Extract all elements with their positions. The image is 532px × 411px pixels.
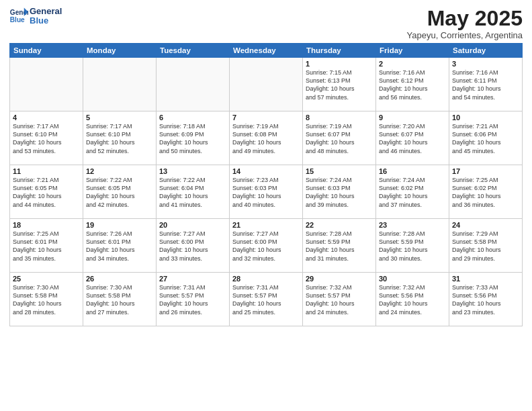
day-cell: 9Sunrise: 7:20 AMSunset: 6:07 PMDaylight… [376, 111, 449, 165]
day-cell: 28Sunrise: 7:31 AMSunset: 5:57 PMDayligh… [230, 273, 303, 326]
day-info: Sunrise: 7:30 AMSunset: 5:58 PMDaylight:… [86, 283, 153, 316]
day-number: 3 [452, 60, 519, 68]
day-number: 7 [232, 113, 300, 122]
title-block: May 2025 Yapeyu, Corrientes, Argentina [407, 7, 523, 40]
col-header-wednesday: Wednesday [230, 44, 303, 58]
day-number: 19 [86, 221, 153, 229]
day-cell: 20Sunrise: 7:27 AMSunset: 6:00 PMDayligh… [157, 219, 230, 273]
day-number: 5 [86, 113, 153, 122]
col-header-tuesday: Tuesday [157, 44, 230, 58]
day-cell: 26Sunrise: 7:30 AMSunset: 5:58 PMDayligh… [83, 273, 157, 326]
day-number: 17 [452, 167, 519, 175]
day-cell: 12Sunrise: 7:22 AMSunset: 6:05 PMDayligh… [83, 165, 157, 219]
day-cell: 5Sunrise: 7:17 AMSunset: 6:10 PMDaylight… [83, 111, 157, 165]
day-cell: 22Sunrise: 7:28 AMSunset: 5:59 PMDayligh… [303, 219, 376, 273]
day-cell: 6Sunrise: 7:18 AMSunset: 6:09 PMDaylight… [157, 111, 230, 165]
day-info: Sunrise: 7:27 AMSunset: 6:00 PMDaylight:… [232, 230, 300, 263]
col-header-saturday: Saturday [449, 44, 523, 58]
week-row-5: 25Sunrise: 7:30 AMSunset: 5:58 PMDayligh… [10, 273, 523, 326]
day-number: 29 [306, 275, 373, 283]
day-cell: 11Sunrise: 7:21 AMSunset: 6:05 PMDayligh… [10, 165, 83, 219]
col-header-sunday: Sunday [10, 44, 83, 58]
day-info: Sunrise: 7:21 AMSunset: 6:06 PMDaylight:… [452, 122, 519, 155]
day-info: Sunrise: 7:16 AMSunset: 6:11 PMDaylight:… [452, 68, 519, 101]
day-number: 30 [379, 275, 446, 283]
day-info: Sunrise: 7:31 AMSunset: 5:57 PMDaylight:… [159, 283, 226, 316]
day-cell: 31Sunrise: 7:33 AMSunset: 5:56 PMDayligh… [449, 273, 523, 326]
day-info: Sunrise: 7:22 AMSunset: 6:04 PMDaylight:… [159, 176, 226, 209]
day-info: Sunrise: 7:28 AMSunset: 5:59 PMDaylight:… [379, 230, 446, 263]
day-info: Sunrise: 7:25 AMSunset: 6:02 PMDaylight:… [452, 176, 519, 209]
day-cell: 21Sunrise: 7:27 AMSunset: 6:00 PMDayligh… [230, 219, 303, 273]
day-cell: 30Sunrise: 7:32 AMSunset: 5:56 PMDayligh… [376, 273, 449, 326]
day-cell: 13Sunrise: 7:22 AMSunset: 6:04 PMDayligh… [157, 165, 230, 219]
day-info: Sunrise: 7:18 AMSunset: 6:09 PMDaylight:… [159, 122, 226, 155]
day-cell [230, 58, 303, 111]
logo-icon: General Blue [9, 7, 28, 26]
day-info: Sunrise: 7:31 AMSunset: 5:57 PMDaylight:… [232, 283, 300, 316]
day-cell: 1Sunrise: 7:15 AMSunset: 6:13 PMDaylight… [303, 58, 376, 111]
day-info: Sunrise: 7:17 AMSunset: 6:10 PMDaylight:… [86, 122, 153, 155]
day-info: Sunrise: 7:29 AMSunset: 5:58 PMDaylight:… [452, 230, 519, 263]
day-info: Sunrise: 7:16 AMSunset: 6:12 PMDaylight:… [379, 68, 446, 101]
logo-general: General [30, 7, 62, 16]
header: General Blue General Blue May 2025 Yapey… [9, 7, 523, 40]
day-info: Sunrise: 7:17 AMSunset: 6:10 PMDaylight:… [13, 122, 80, 155]
day-info: Sunrise: 7:24 AMSunset: 6:02 PMDaylight:… [379, 176, 446, 209]
header-row: SundayMondayTuesdayWednesdayThursdayFrid… [10, 44, 523, 58]
day-number: 9 [379, 113, 446, 122]
day-number: 1 [306, 60, 373, 68]
day-info: Sunrise: 7:25 AMSunset: 6:01 PMDaylight:… [13, 230, 80, 263]
page: General Blue General Blue May 2025 Yapey… [0, 0, 532, 411]
svg-text:Blue: Blue [10, 17, 25, 24]
day-info: Sunrise: 7:28 AMSunset: 5:59 PMDaylight:… [306, 230, 373, 263]
day-number: 23 [379, 221, 446, 229]
week-row-4: 18Sunrise: 7:25 AMSunset: 6:01 PMDayligh… [10, 219, 523, 273]
week-row-2: 4Sunrise: 7:17 AMSunset: 6:10 PMDaylight… [10, 111, 523, 165]
day-info: Sunrise: 7:21 AMSunset: 6:05 PMDaylight:… [13, 176, 80, 209]
day-info: Sunrise: 7:24 AMSunset: 6:03 PMDaylight:… [306, 176, 373, 209]
col-header-thursday: Thursday [303, 44, 376, 58]
col-header-friday: Friday [376, 44, 449, 58]
day-info: Sunrise: 7:33 AMSunset: 5:56 PMDaylight:… [452, 283, 519, 316]
day-number: 22 [306, 221, 373, 229]
day-number: 2 [379, 60, 446, 68]
day-number: 28 [232, 275, 300, 283]
day-number: 12 [86, 167, 153, 175]
day-cell: 10Sunrise: 7:21 AMSunset: 6:06 PMDayligh… [449, 111, 523, 165]
week-row-1: 1Sunrise: 7:15 AMSunset: 6:13 PMDaylight… [10, 58, 523, 111]
calendar-table: SundayMondayTuesdayWednesdayThursdayFrid… [9, 43, 523, 326]
month-title: May 2025 [407, 7, 523, 30]
day-number: 6 [159, 113, 226, 122]
logo: General Blue General Blue [9, 7, 62, 26]
day-number: 18 [13, 221, 80, 229]
day-info: Sunrise: 7:23 AMSunset: 6:03 PMDaylight:… [232, 176, 300, 209]
day-info: Sunrise: 7:32 AMSunset: 5:57 PMDaylight:… [306, 283, 373, 316]
day-number: 27 [159, 275, 226, 283]
day-number: 24 [452, 221, 519, 229]
day-number: 20 [159, 221, 226, 229]
day-cell [83, 58, 157, 111]
day-number: 10 [452, 113, 519, 122]
day-cell: 23Sunrise: 7:28 AMSunset: 5:59 PMDayligh… [376, 219, 449, 273]
col-header-monday: Monday [83, 44, 157, 58]
day-cell: 16Sunrise: 7:24 AMSunset: 6:02 PMDayligh… [376, 165, 449, 219]
day-cell [157, 58, 230, 111]
day-number: 8 [306, 113, 373, 122]
day-cell: 29Sunrise: 7:32 AMSunset: 5:57 PMDayligh… [303, 273, 376, 326]
day-cell: 27Sunrise: 7:31 AMSunset: 5:57 PMDayligh… [157, 273, 230, 326]
day-number: 15 [306, 167, 373, 175]
day-info: Sunrise: 7:27 AMSunset: 6:00 PMDaylight:… [159, 230, 226, 263]
day-number: 26 [86, 275, 153, 283]
day-cell: 4Sunrise: 7:17 AMSunset: 6:10 PMDaylight… [10, 111, 83, 165]
day-cell: 17Sunrise: 7:25 AMSunset: 6:02 PMDayligh… [449, 165, 523, 219]
day-info: Sunrise: 7:19 AMSunset: 6:07 PMDaylight:… [306, 122, 373, 155]
day-cell: 25Sunrise: 7:30 AMSunset: 5:58 PMDayligh… [10, 273, 83, 326]
day-cell: 18Sunrise: 7:25 AMSunset: 6:01 PMDayligh… [10, 219, 83, 273]
day-info: Sunrise: 7:30 AMSunset: 5:58 PMDaylight:… [13, 283, 80, 316]
day-info: Sunrise: 7:15 AMSunset: 6:13 PMDaylight:… [306, 68, 373, 101]
day-cell: 3Sunrise: 7:16 AMSunset: 6:11 PMDaylight… [449, 58, 523, 111]
day-cell: 8Sunrise: 7:19 AMSunset: 6:07 PMDaylight… [303, 111, 376, 165]
day-cell [10, 58, 83, 111]
day-cell: 2Sunrise: 7:16 AMSunset: 6:12 PMDaylight… [376, 58, 449, 111]
